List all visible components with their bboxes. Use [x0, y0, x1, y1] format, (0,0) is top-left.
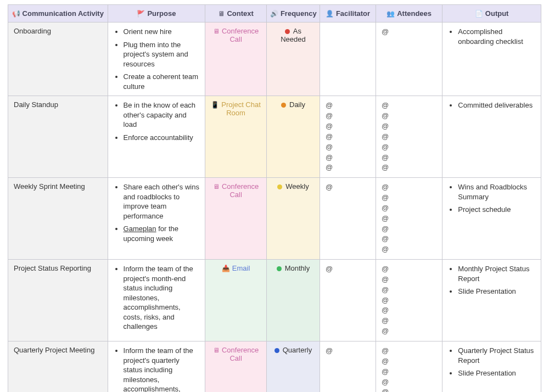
mention-placeholder[interactable]: @: [382, 100, 436, 111]
frequency-cell[interactable]: Monthly: [266, 260, 320, 341]
output-cell: Committed deliverables: [442, 96, 541, 178]
table-row: Weekly Sprint MeetingShare each other's …: [8, 178, 541, 260]
mention-placeholder[interactable]: @: [382, 367, 436, 377]
mention-placeholder[interactable]: @: [326, 153, 370, 163]
frequency-dot-icon: [277, 184, 282, 189]
output-list: Wins and Roadblocks SummaryProject sched…: [448, 182, 535, 215]
mention-placeholder[interactable]: @: [326, 132, 370, 142]
activity-name[interactable]: Quarterly Project Meeting: [8, 341, 108, 393]
output-cell: Monthly Project Status ReportSlide Prese…: [442, 260, 541, 341]
mention-placeholder[interactable]: @: [382, 132, 436, 142]
frequency-cell[interactable]: Quarterly: [266, 341, 320, 393]
mention-placeholder[interactable]: @: [326, 182, 370, 193]
mention-placeholder[interactable]: @: [326, 111, 370, 121]
communication-plan-table: 📢Communication Activity 🚩Purpose 🖥Contex…: [8, 4, 541, 392]
header-output[interactable]: 📄Output: [442, 5, 541, 23]
mention-placeholder[interactable]: @: [326, 346, 370, 356]
table-header-row: 📢Communication Activity 🚩Purpose 🖥Contex…: [8, 5, 541, 23]
list-item: Inform the team of the project's quarter…: [124, 346, 200, 392]
document-icon: 📄: [475, 10, 483, 18]
mention-placeholder[interactable]: @: [382, 387, 436, 392]
list-item: Create a coherent team culture: [124, 72, 200, 91]
mention-placeholder[interactable]: @: [382, 285, 436, 295]
flag-icon: 🚩: [137, 10, 145, 18]
person-icon: 👤: [326, 10, 334, 18]
list-item: Committed deliverables: [458, 100, 535, 110]
frequency-dot-icon: [274, 348, 279, 353]
purpose-list: Orient new hirePlug them into the projec…: [114, 27, 200, 91]
people-icon: 👥: [386, 10, 395, 18]
frequency-label: Weekly: [285, 182, 309, 191]
mention-placeholder[interactable]: @: [326, 142, 370, 153]
mention-placeholder[interactable]: @: [382, 295, 436, 306]
mention-placeholder[interactable]: @: [382, 244, 436, 255]
frequency-label: As Needed: [281, 27, 306, 43]
header-context[interactable]: 🖥Context: [205, 5, 267, 23]
mention-placeholder[interactable]: @: [382, 234, 436, 244]
mention-placeholder[interactable]: @: [382, 153, 436, 163]
mention-placeholder[interactable]: @: [382, 275, 436, 285]
mention-placeholder[interactable]: @: [382, 111, 436, 121]
attendees-cell: @@@@@@@: [376, 178, 442, 260]
mention-placeholder[interactable]: @: [326, 163, 370, 173]
mention-placeholder[interactable]: @: [382, 27, 436, 37]
facilitator-cell: @@@@@@@: [320, 96, 376, 178]
facilitator-cell: [320, 23, 376, 96]
header-facilitator[interactable]: 👤Facilitator: [320, 5, 376, 23]
mention-placeholder[interactable]: @: [382, 142, 436, 153]
mention-placeholder[interactable]: @: [326, 121, 370, 132]
context-cell[interactable]: 🖥Conference Call: [205, 23, 267, 96]
mention-placeholder[interactable]: @: [382, 193, 436, 203]
context-cell[interactable]: 🖥Conference Call: [205, 341, 267, 393]
purpose-list: Inform the team of the project's month-e…: [114, 264, 200, 332]
activity-name[interactable]: Onboarding: [8, 23, 108, 96]
list-item: Orient new hire: [124, 27, 200, 37]
purpose-cell: Orient new hirePlug them into the projec…: [108, 23, 205, 96]
list-item: Plug them into the project's system and …: [124, 40, 200, 69]
list-item: Share each other's wins and roadblocks t…: [124, 182, 200, 221]
context-cell[interactable]: 🖥Conference Call: [205, 178, 267, 260]
mention-placeholder[interactable]: @: [382, 121, 436, 132]
list-item: Slide Presentation: [458, 287, 535, 296]
mention-placeholder[interactable]: @: [382, 214, 436, 224]
purpose-list: Be in the know of each other's capacity …: [114, 100, 200, 142]
mention-placeholder[interactable]: @: [382, 203, 436, 214]
list-item: Accomplished onboarding checklist: [458, 27, 535, 46]
activity-name[interactable]: Weekly Sprint Meeting: [8, 178, 108, 260]
context-cell[interactable]: 📱Project Chat Room: [205, 96, 267, 178]
header-frequency[interactable]: 🔊Frequency: [266, 5, 320, 23]
mention-placeholder[interactable]: @: [326, 100, 370, 111]
mention-placeholder[interactable]: @: [382, 346, 436, 356]
list-item: Project schedule: [458, 205, 535, 215]
mention-placeholder[interactable]: @: [382, 224, 436, 234]
context-icon: 🖥: [213, 27, 220, 35]
monitor-icon: 🖥: [218, 10, 225, 18]
activity-name[interactable]: Daily Standup: [8, 96, 108, 178]
frequency-cell[interactable]: As Needed: [266, 23, 320, 96]
output-list: Accomplished onboarding checklist: [448, 27, 535, 46]
mention-placeholder[interactable]: @: [382, 182, 436, 193]
mention-placeholder[interactable]: @: [326, 264, 370, 275]
mention-placeholder[interactable]: @: [382, 326, 436, 337]
mention-placeholder[interactable]: @: [382, 377, 436, 388]
attendees-cell: @: [376, 23, 442, 96]
context-icon: 📱: [211, 101, 219, 109]
mention-placeholder[interactable]: @: [382, 163, 436, 173]
facilitator-cell: @: [320, 260, 376, 341]
header-attendees[interactable]: 👥Attendees: [376, 5, 442, 23]
frequency-cell[interactable]: Weekly: [266, 178, 320, 260]
context-cell[interactable]: 📥Email: [205, 260, 267, 341]
frequency-dot-icon: [277, 266, 282, 271]
mention-placeholder[interactable]: @: [382, 356, 436, 367]
header-activity[interactable]: 📢Communication Activity: [8, 5, 108, 23]
frequency-label: Daily: [289, 100, 305, 109]
activity-name[interactable]: Project Status Reporting: [8, 260, 108, 341]
frequency-cell[interactable]: Daily: [266, 96, 320, 178]
list-item: Inform the team of the project's month-e…: [124, 264, 200, 332]
header-purpose[interactable]: 🚩Purpose: [108, 5, 205, 23]
mention-placeholder[interactable]: @: [382, 264, 436, 275]
list-item: Quarterly Project Status Report: [458, 346, 535, 365]
table-row: OnboardingOrient new hirePlug them into …: [8, 23, 541, 96]
mention-placeholder[interactable]: @: [382, 305, 436, 316]
mention-placeholder[interactable]: @: [382, 316, 436, 326]
